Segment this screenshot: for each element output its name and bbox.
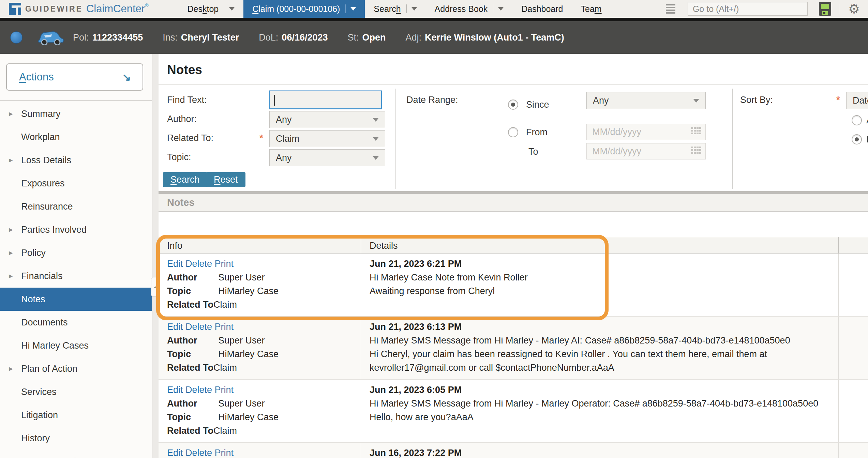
find-text-input[interactable] [269,91,382,109]
chevron-down-icon[interactable] [411,7,417,11]
note-row: Edit Delete Print AuthorSuper User Topic… [159,317,868,380]
note-timestamp: Jun 21, 2023 6:21 PM [370,257,832,271]
sort-descending-radio[interactable] [852,134,862,144]
sidebar-item-exposures[interactable]: Exposures [0,172,152,195]
delete-link[interactable]: Delete [185,448,212,458]
sidebar-item-parties-involved[interactable]: ▶Parties Involved [0,218,152,241]
topic-select[interactable]: Any [269,149,385,166]
goto-input[interactable] [688,2,808,16]
arrow-down-right-icon: ↘ [122,71,131,83]
save-icon[interactable] [819,2,832,16]
sidebar-item-loss-details[interactable]: ▶Loss Details [0,149,152,172]
note-related-to: Related ToClaim [167,298,354,311]
sidebar-item-workplan[interactable]: Workplan [0,125,152,149]
menu-address-book[interactable]: Address Book [426,0,513,18]
column-header-empty [839,237,868,256]
sort-ascending-radio[interactable] [852,115,862,125]
delete-link[interactable]: Delete [185,385,212,395]
calendar-icon[interactable] [691,147,701,156]
expand-arrow-icon[interactable]: ▶ [9,366,21,372]
search-button[interactable]: Search [163,172,207,187]
sort-by-select[interactable]: Date [846,92,868,109]
print-link[interactable]: Print [215,385,234,395]
sidebar-item-reinsurance[interactable]: Reinsurance [0,195,152,218]
expand-arrow-icon[interactable]: ▶ [9,111,21,117]
sidebar-item-documents[interactable]: Documents [0,311,152,334]
print-link[interactable]: Print [215,259,234,269]
menu-separator [493,4,493,13]
sidebar-item-plan-of-action[interactable]: ▶Plan of Action [0,357,152,380]
hamburger-menu-icon[interactable] [666,3,675,15]
sidebar-item-services[interactable]: Services [0,380,152,403]
gear-icon[interactable]: ⚙ [848,2,860,15]
note-timestamp: Jun 21, 2023 6:13 PM [370,320,832,334]
sidebar-item-summary[interactable]: ▶Summary [0,102,152,125]
sort-ascending-label: As [866,115,868,126]
sidebar-item-policy[interactable]: ▶Policy [0,241,152,264]
menu-dashboard[interactable]: Dashboard [512,0,572,18]
note-info-cell: Edit Delete Print AuthorSuper User Topic… [159,317,361,379]
expand-arrow-icon[interactable]: ▶ [9,227,21,233]
sidebar-item-history[interactable]: History [0,427,152,450]
since-select[interactable]: Any [586,92,706,109]
reset-button[interactable]: Reset [206,172,245,187]
expand-arrow-icon[interactable]: ▶ [9,250,21,256]
note-row: Edit Delete Print AuthorSuper User Jun 1… [159,443,868,458]
edit-link[interactable]: Edit [167,385,183,395]
brand-product: ClaimCenter® [86,3,149,15]
chevron-down-icon[interactable] [498,7,504,11]
menu-claim-active-tab[interactable]: Claim (000-00-000106) [243,0,365,18]
actions-button[interactable]: Actions ↘ [6,63,143,91]
notes-screen: Notes Find Text: Author: Any Related To:… [159,54,868,458]
note-author: AuthorSuper User [167,397,354,410]
top-nav-right: ⚙ [666,2,860,16]
calendar-icon[interactable] [691,127,701,137]
notes-section-header: Notes [159,194,868,212]
note-body-line: Hi Cheryl, your claim has been reassigne… [370,347,832,375]
sidebar-splitter[interactable]: ◄ [152,54,159,458]
author-select[interactable]: Any [269,111,385,128]
menu-search[interactable]: Search [365,0,425,18]
delete-link[interactable]: Delete [185,259,212,269]
note-details-cell: Jun 16, 2023 7:22 PM Hi Marley SMS Messa… [361,443,839,458]
note-row: Edit Delete Print AuthorSuper User Topic… [159,380,868,443]
delete-link[interactable]: Delete [185,322,212,332]
main-menu: Desktop Claim (000-00-000106) Search Add… [179,0,611,18]
edit-link[interactable]: Edit [167,322,183,332]
chevron-down-icon[interactable] [229,7,235,11]
since-label: Since [526,100,549,110]
edit-link[interactable]: Edit [167,448,183,458]
sidebar-item-notes[interactable]: Notes [0,288,152,311]
expand-arrow-icon[interactable]: ▶ [9,157,21,163]
author-label: Author: [167,114,197,124]
chevron-down-icon[interactable] [350,7,356,11]
sidebar-item-litigation[interactable]: Litigation [0,403,152,427]
print-link[interactable]: Print [215,448,234,458]
sidebar-collapse-handle[interactable]: ◄ [151,277,159,297]
menu-team[interactable]: Team [572,0,611,18]
edit-link[interactable]: Edit [167,259,183,269]
sidebar-item-fnol-snapshot[interactable]: ▶FNOL Snapshot [0,450,152,458]
menu-desktop[interactable]: Desktop [179,0,244,18]
note-related-to: Related ToClaim [167,424,354,438]
policy-number: Pol: 1122334455 [73,32,143,43]
note-details-cell: Jun 21, 2023 6:21 PM Hi Marley Case Note… [361,254,839,316]
topic-label: Topic: [167,152,191,163]
required-star: * [259,133,263,143]
note-topic: TopicHiMarley Case [167,410,354,424]
from-radio[interactable] [508,127,518,137]
top-nav: GUIDEWIRE ClaimCenter® Desktop Claim (00… [0,0,868,18]
related-to-select[interactable]: Claim [269,130,385,147]
insured-name: Ins: Cheryl Tester [163,32,239,43]
sidebar-item-hi-marley-cases[interactable]: Hi Marley Cases [0,334,152,357]
expand-arrow-icon[interactable]: ▶ [9,273,21,279]
menu-separator [345,4,346,13]
since-radio[interactable] [508,100,518,110]
sidebar-item-financials[interactable]: ▶Financials [0,264,152,288]
note-row: Edit Delete Print AuthorSuper User Topic… [159,254,868,317]
menu-separator [224,4,224,13]
print-link[interactable]: Print [215,322,234,332]
to-date-input[interactable]: MM/dd/yyyy [586,143,706,159]
from-date-input[interactable]: MM/dd/yyyy [586,124,706,140]
section-divider [159,191,868,194]
